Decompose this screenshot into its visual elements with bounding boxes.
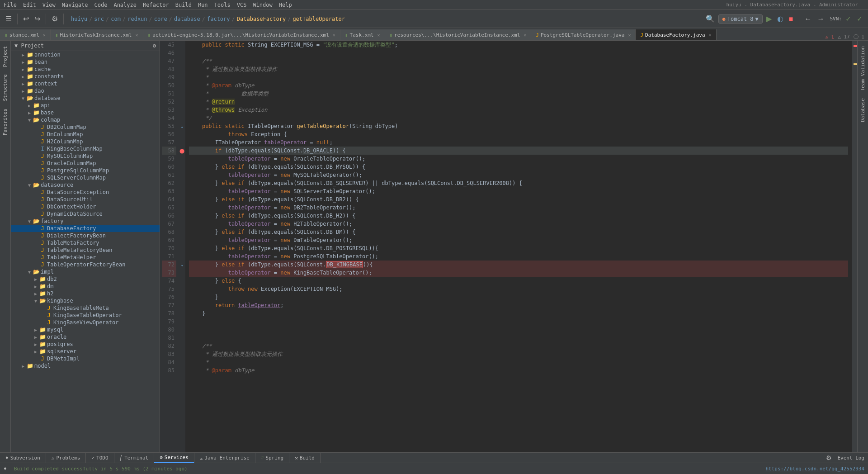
sidebar-item-db2[interactable]: ▶ 📁 db2 (11, 275, 160, 283)
sidebar-item-oracle[interactable]: ▶ 📁 oracle (11, 333, 160, 341)
breadcrumb-core[interactable]: core (154, 16, 167, 22)
sidebar-item-kingbase[interactable]: ▼ 📂 kingbase (11, 297, 160, 304)
bottom-tab-terminal[interactable]: ⎛ Terminal (114, 452, 155, 463)
forward-btn[interactable]: → (816, 14, 826, 24)
menu-code[interactable]: Code (94, 2, 108, 8)
sidebar-item-sqlserver[interactable]: ▶ 📁 sqlserver (11, 348, 160, 355)
sidebar-item-DB2ColumnMap[interactable]: ▶ J DB2ColumnMap (11, 123, 160, 131)
close-icon[interactable]: ✕ (377, 33, 380, 38)
sidebar-item-PostgreSqlColumnMap[interactable]: ▶ J PostgreSqlColumnMap (11, 167, 160, 174)
sidebar-item-mysql[interactable]: ▶ 📁 mysql (11, 326, 160, 333)
menu-run[interactable]: Run (198, 2, 208, 8)
sidebar-item-bean[interactable]: ▶ 📁 bean (11, 58, 160, 66)
tab-resources-historic[interactable]: ▮ resources\...\HistoricVariableInstance… (385, 29, 532, 40)
sidebar-item-DBMetaImpl[interactable]: ▶ J DBMetaImpl (11, 355, 160, 362)
event-log-btn[interactable]: Event Log (837, 455, 864, 461)
sidebar-item-impl[interactable]: ▼ 📂 impl (11, 268, 160, 275)
close-icon[interactable]: ✕ (709, 33, 712, 38)
sidebar-item-KingBaseViewOperator[interactable]: ▶ J KingBaseViewOperator (11, 319, 160, 326)
sidebar-item-TableMetaHelper[interactable]: ▶ J TableMetaHelper (11, 254, 160, 261)
sidebar-item-postgres[interactable]: ▶ 📁 postgres (11, 341, 160, 348)
tab-stance[interactable]: ▮ stance.xml ✕ (0, 29, 51, 40)
menu-view[interactable]: View (42, 2, 56, 8)
sidebar-item-datasource[interactable]: ▼ 📂 datasource (11, 181, 160, 189)
settings-gear-icon[interactable]: ⚙ (824, 453, 834, 462)
sidebar-item-database[interactable]: ▼ 📂 database (11, 95, 160, 102)
menu-tools[interactable]: Tools (214, 2, 231, 8)
sidebar-item-factory[interactable]: ▼ 📂 factory (11, 218, 160, 225)
sidebar-item-TableOperatorFactoryBean[interactable]: ▶ J TableOperatorFactoryBean (11, 261, 160, 268)
breakpoint-icon[interactable]: ⬤ (179, 148, 184, 153)
sidebar-item-DatabaseFactory[interactable]: ▶ J DatabaseFactory (11, 225, 160, 232)
close-icon[interactable]: ✕ (135, 33, 138, 38)
svn-commit-btn[interactable]: ✓ (855, 14, 864, 24)
close-icon[interactable]: ✕ (333, 33, 335, 38)
sidebar-item-DmColumnMap[interactable]: ▶ J DmColumnMap (11, 131, 160, 138)
tab-task[interactable]: ▮ Task.xml ✕ (340, 29, 385, 40)
breadcrumb-redxun[interactable]: redxun (127, 16, 147, 22)
code-content[interactable]: public static String EXCEPTION_MSG = "没有… (185, 41, 852, 452)
sidebar-item-colmap[interactable]: ▼ 📂 colmap (11, 116, 160, 123)
sidebar-item-model[interactable]: ▶ 📁 model (11, 362, 160, 370)
close-icon[interactable]: ✕ (43, 33, 46, 38)
sidebar-item-DbContextHolder[interactable]: ▶ J DbContextHolder (11, 203, 160, 210)
project-btn[interactable]: ☰ (4, 14, 14, 24)
tab-database-factory[interactable]: J DatabaseFactory.java ✕ (636, 29, 716, 40)
menu-analyze[interactable]: Analyze (113, 2, 137, 8)
bottom-tab-build[interactable]: ⚒ Build (289, 452, 321, 463)
bottom-tab-services[interactable]: ⚙ Services (154, 452, 194, 463)
menu-refactor[interactable]: Refactor (143, 2, 169, 8)
bottom-tab-java-enterprise[interactable]: ☁ Java Enterprise (194, 452, 255, 463)
team-validation-icon[interactable]: Team Validation (860, 44, 866, 93)
redo-btn[interactable]: ↪ (33, 14, 42, 24)
bottom-tab-subversion[interactable]: ♦ Subversion (0, 452, 46, 463)
sidebar-item-dm[interactable]: ▶ 📁 dm (11, 283, 160, 290)
close-icon[interactable]: ✕ (524, 33, 526, 38)
sidebar-settings-icon[interactable]: ⚙ (153, 43, 156, 49)
sidebar-item-TableMetaFactoryBean[interactable]: ▶ J TableMetaFactoryBean (11, 246, 160, 254)
sidebar-item-KingBaseTableOperator[interactable]: ▶ J KingBaseTableOperator (11, 312, 160, 319)
close-icon[interactable]: ✕ (628, 33, 631, 38)
breadcrumb-src[interactable]: src (94, 16, 104, 22)
tab-postgresql-operator[interactable]: J PostgreSQLTableOperator.java ✕ (531, 29, 636, 40)
sidebar-item-KingBaseTableMeta[interactable]: ▶ J KingBaseTableMeta (11, 304, 160, 312)
breadcrumb-user[interactable]: huiyu (71, 16, 87, 22)
sidebar-item-SQLServerColumnMap[interactable]: ▶ J SQLServerColumnMap (11, 174, 160, 181)
sidebar-item-TableMetaFactory[interactable]: ▶ J TableMetaFactory (11, 239, 160, 246)
sidebar-item-context[interactable]: ▶ 📁 context (11, 80, 160, 87)
menu-edit[interactable]: Edit (23, 2, 36, 8)
sidebar-item-MySQLColumnMap[interactable]: ▶ J MySQLColumnMap (11, 152, 160, 160)
menu-build[interactable]: Build (175, 2, 192, 8)
bottom-tab-spring[interactable]: ♡ Spring (255, 452, 289, 463)
sidebar-item-DataSourceUtil[interactable]: ▶ J DataSourceUtil (11, 196, 160, 203)
sidebar-item-h2[interactable]: ▶ 📁 h2 (11, 290, 160, 297)
debug-btn[interactable]: ◐ (775, 14, 785, 24)
breadcrumb-database[interactable]: database (174, 16, 200, 22)
sidebar-item-cache[interactable]: ▶ 📁 cache (11, 66, 160, 73)
bottom-tab-problems[interactable]: ⚠ Problems (46, 452, 86, 463)
breadcrumb-com[interactable]: com (111, 16, 121, 22)
breadcrumb-class[interactable]: DatabaseFactory (237, 16, 286, 22)
breadcrumb-method[interactable]: getTableOperator (292, 16, 345, 22)
sidebar-item-base[interactable]: ▶ 📁 base (11, 109, 160, 116)
favorites-icon[interactable]: Favorites (2, 107, 8, 137)
sidebar-item-H2ColumnMap[interactable]: ▶ J H2ColumnMap (11, 138, 160, 145)
csdn-link[interactable]: https://blog.csdn.net/qq_42552934 (765, 466, 864, 472)
sidebar-item-OracleColumnMap[interactable]: ▶ J OracleColumnMap (11, 160, 160, 167)
back-btn[interactable]: ← (803, 14, 814, 24)
menu-window[interactable]: Window (253, 2, 272, 8)
menu-vcs[interactable]: VCS (237, 2, 247, 8)
undo-btn[interactable]: ↩ (21, 14, 31, 24)
menu-help[interactable]: Help (279, 2, 292, 8)
sidebar-item-DynamicDataSource[interactable]: ▶ J DynamicDataSource (11, 210, 160, 218)
settings-btn[interactable]: ⚙ (50, 14, 60, 24)
tab-historictaskinstance[interactable]: ▮ HistoricTaskInstance.xml ✕ (51, 29, 143, 40)
sidebar-item-DialectFactoryBean[interactable]: ▶ J DialectFactoryBean (11, 232, 160, 239)
stop-btn[interactable]: ■ (787, 14, 795, 24)
menu-file[interactable]: File (4, 2, 17, 8)
bottom-tab-todo[interactable]: ✓ TODO (86, 452, 114, 463)
sidebar-item-constants[interactable]: ▶ 📁 constants (11, 73, 160, 80)
tab-activiti[interactable]: ▮ activiti-engine-5.18.0.jar\...\Histori… (143, 29, 340, 40)
sidebar-item-annotion[interactable]: ▶ 📁 annotion (11, 51, 160, 58)
run-config[interactable]: ⚈ Tomcat 8 ▼ (718, 14, 763, 24)
